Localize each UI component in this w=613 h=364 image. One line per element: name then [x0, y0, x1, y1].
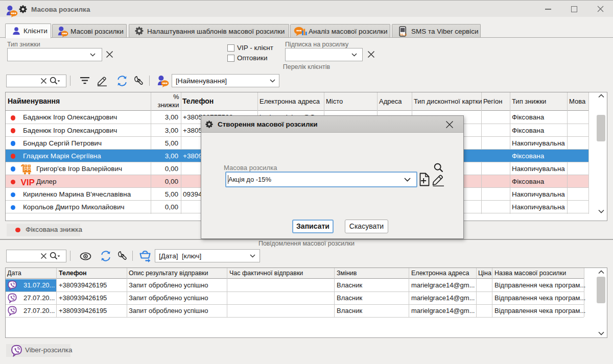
- svg-text:51.15: 51.15: [400, 33, 407, 36]
